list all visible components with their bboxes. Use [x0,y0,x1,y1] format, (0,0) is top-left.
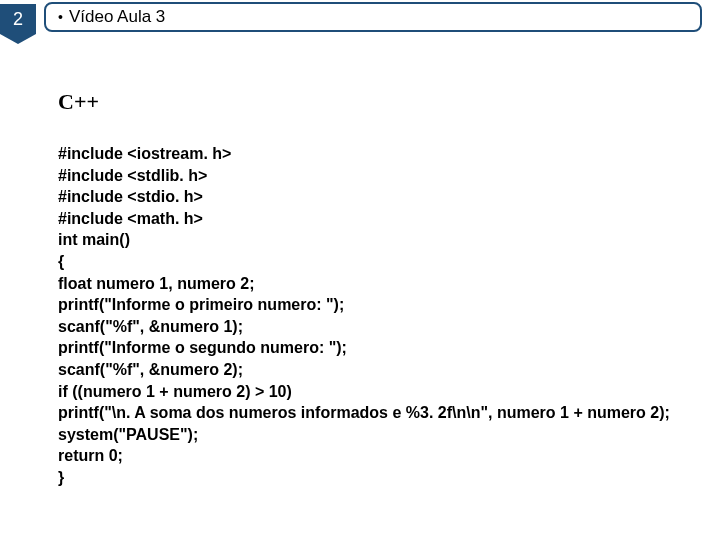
bullet-icon: • [58,9,63,25]
language-title: C++ [58,89,720,115]
slide-title: Vídeo Aula 3 [69,7,165,27]
slide-title-pill: • Vídeo Aula 3 [44,2,702,32]
slide-content: C++ #include <iostream. h> #include <std… [0,34,720,489]
code-block: #include <iostream. h> #include <stdlib.… [58,143,720,489]
slide-number: 2 [13,9,23,30]
slide-number-badge: 2 [0,4,36,34]
slide-header: 2 • Vídeo Aula 3 [0,0,720,34]
